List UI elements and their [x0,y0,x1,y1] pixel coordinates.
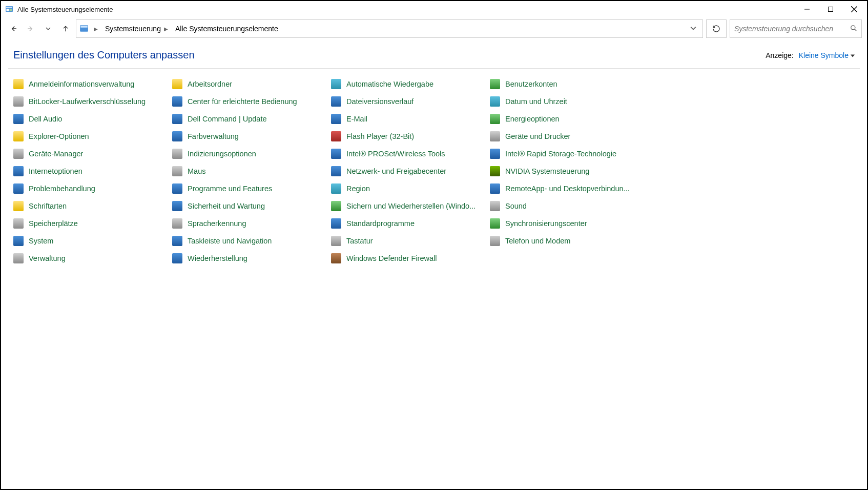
cp-item-user-accounts[interactable]: Benutzerkonten [490,78,649,90]
credential-manager-icon [13,79,24,89]
cp-item-label: Datum und Uhrzeit [505,97,567,106]
work-folders-icon [172,79,182,89]
cp-item-storage-spaces[interactable]: Speicherplätze [13,217,172,230]
address-bar[interactable]: ▶ Systemsteuerung ▶ Alle Systemsteuerung… [76,19,703,38]
power-options-icon [490,114,500,124]
cp-item-default-programs[interactable]: Standardprogramme [331,217,490,230]
cp-item-system[interactable]: System [13,235,172,247]
date-time-icon [490,96,500,107]
cp-item-label: Explorer-Optionen [29,132,89,140]
cp-item-label: Geräte-Manager [29,150,83,158]
system-icon [13,236,24,246]
color-management-icon [172,131,182,141]
remoteapp-icon [490,183,500,194]
cp-item-network-sharing[interactable]: Netzwerk- und Freigabecenter [331,165,490,177]
cp-item-admin-tools[interactable]: Verwaltung [13,252,172,264]
cp-item-intel-proset[interactable]: Intel® PROSet/Wireless Tools [331,148,490,160]
search-input[interactable] [734,25,847,33]
dell-audio-icon [13,114,24,124]
programs-features-icon [172,183,182,194]
cp-item-sync-center[interactable]: Synchronisierungscenter [490,217,649,230]
cp-item-sound[interactable]: Sound [490,200,649,212]
address-history-dropdown[interactable] [687,25,699,33]
cp-item-autoplay[interactable]: Automatische Wiedergabe [331,78,490,90]
cp-item-ease-of-access[interactable]: Center für erleichterte Bedienung [172,95,331,108]
fonts-icon [13,201,24,211]
intel-proset-icon [331,149,341,159]
cp-item-taskbar-navigation[interactable]: Taskleiste und Navigation [172,235,331,247]
up-button[interactable] [58,22,73,36]
svg-rect-2 [7,9,9,11]
cp-item-bitlocker[interactable]: BitLocker-Laufwerkverschlüsselung [13,95,172,108]
cp-item-label: BitLocker-Laufwerkverschlüsselung [29,97,146,106]
cp-item-color-management[interactable]: Farbverwaltung [172,130,331,142]
breadcrumb-current[interactable]: Alle Systemsteuerungselemente [173,24,280,34]
page-title: Einstellungen des Computers anpassen [13,49,195,61]
cp-item-fonts[interactable]: Schriftarten [13,200,172,212]
minimize-button[interactable] [795,1,819,17]
cp-item-label: Farbverwaltung [188,132,239,140]
cp-item-nvidia-control-panel[interactable]: NVIDIA Systemsteuerung [490,165,649,177]
cp-item-label: Dell Command | Update [188,115,266,123]
cp-item-credential-manager[interactable]: Anmeldeinformationsverwaltung [13,78,172,90]
view-selector-value: Kleine Symbole [799,51,849,59]
close-button[interactable] [842,1,866,17]
cp-item-date-time[interactable]: Datum und Uhrzeit [490,95,649,108]
cp-item-mouse[interactable]: Maus [172,165,331,177]
cp-item-power-options[interactable]: Energieoptionen [490,113,649,125]
cp-item-label: Geräte und Drucker [505,132,570,140]
back-button[interactable] [6,22,20,36]
cp-item-device-manager[interactable]: Geräte-Manager [13,148,172,160]
search-icon[interactable] [850,25,857,33]
intel-rst-icon [490,149,500,159]
storage-spaces-icon [13,218,24,229]
search-box[interactable] [730,19,862,38]
cp-item-region[interactable]: Region [331,182,490,195]
cp-item-keyboard[interactable]: Tastatur [331,235,490,247]
taskbar-navigation-icon [172,236,182,246]
cp-item-dell-command-update[interactable]: Dell Command | Update [172,113,331,125]
troubleshooting-icon [13,183,24,194]
mail-icon [331,114,341,124]
breadcrumb-separator[interactable]: ▶ [92,25,100,33]
refresh-button[interactable] [706,19,727,38]
maximize-button[interactable] [819,1,842,17]
view-selector[interactable]: Kleine Symbole [799,51,855,59]
devices-printers-icon [490,131,500,141]
cp-item-label: Center für erleichterte Bedienung [188,97,297,106]
cp-item-programs-features[interactable]: Programme und Features [172,182,331,195]
cp-item-label: Netzwerk- und Freigabecenter [346,167,446,175]
breadcrumb-root[interactable]: Systemsteuerung ▶ [103,24,170,34]
mouse-icon [172,166,182,176]
cp-item-work-folders[interactable]: Arbeitsordner [172,78,331,90]
cp-item-devices-printers[interactable]: Geräte und Drucker [490,130,649,142]
cp-item-defender-firewall[interactable]: Windows Defender Firewall [331,252,490,264]
sync-center-icon [490,218,500,229]
cp-item-label: Indizierungsoptionen [188,150,256,158]
cp-item-dell-audio[interactable]: Dell Audio [13,113,172,125]
cp-item-backup-restore[interactable]: Sichern und Wiederherstellen (Windo... [331,200,490,212]
cp-item-explorer-options[interactable]: Explorer-Optionen [13,130,172,142]
explorer-options-icon [13,131,24,141]
recent-locations-button[interactable] [41,22,55,36]
cp-item-file-history[interactable]: Dateiversionsverlauf [331,95,490,108]
svg-rect-3 [10,9,12,11]
forward-button[interactable] [24,22,38,36]
cp-item-label: Arbeitsordner [188,80,232,88]
cp-item-security-maintenance[interactable]: Sicherheit und Wartung [172,200,331,212]
cp-item-label: Intel® Rapid Storage-Technologie [505,150,616,158]
cp-item-internet-options[interactable]: Internetoptionen [13,165,172,177]
dell-command-update-icon [172,114,182,124]
cp-item-recovery[interactable]: Wiederherstellung [172,252,331,264]
cp-item-phone-modem[interactable]: Telefon und Modem [490,235,649,247]
cp-item-troubleshooting[interactable]: Problembehandlung [13,182,172,195]
defender-firewall-icon [331,253,341,263]
cp-item-flash-player[interactable]: Flash Player (32-Bit) [331,130,490,142]
cp-item-mail[interactable]: E-Mail [331,113,490,125]
cp-item-indexing-options[interactable]: Indizierungsoptionen [172,148,331,160]
svg-marker-15 [851,54,855,57]
cp-item-speech-recognition[interactable]: Spracherkennung [172,217,331,230]
cp-item-label: Telefon und Modem [505,237,570,245]
cp-item-intel-rst[interactable]: Intel® Rapid Storage-Technologie [490,148,649,160]
cp-item-remoteapp[interactable]: RemoteApp- und Desktopverbindun... [490,182,649,195]
